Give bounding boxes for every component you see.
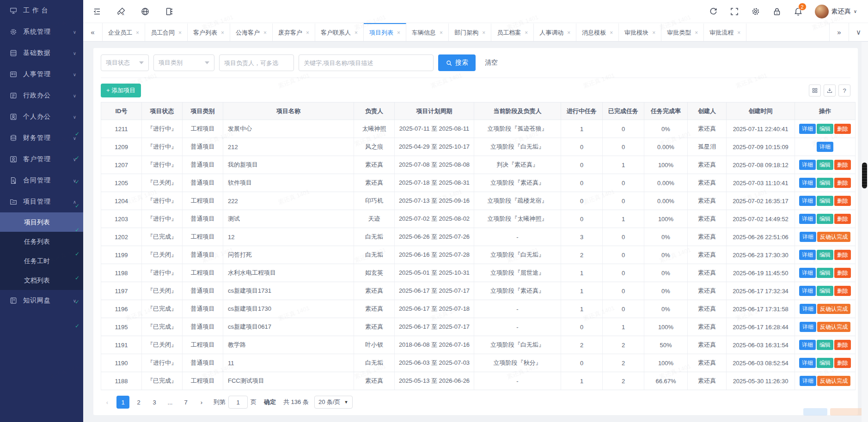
detail-button[interactable]: 详细 (799, 178, 816, 188)
close-tab-icon[interactable]: × (136, 30, 139, 36)
close-tab-icon[interactable]: × (355, 30, 358, 36)
edit-button[interactable]: 编辑 (817, 160, 833, 170)
delete-button[interactable]: 删除 (834, 196, 851, 206)
close-tab-icon[interactable]: × (440, 30, 443, 36)
door-panel-icon[interactable] (165, 7, 174, 16)
close-tab-icon[interactable]: × (567, 30, 570, 36)
column-settings-button[interactable] (809, 84, 821, 96)
tab-废弃客户[interactable]: 废弃客户× (273, 23, 315, 41)
export-button[interactable] (824, 84, 836, 96)
page-scrollbar-thumb[interactable] (862, 163, 867, 188)
sidebar-item-hr[interactable]: 人事管理∨ (0, 64, 83, 85)
delete-button[interactable]: 删除 (834, 358, 851, 368)
sidebar-item-finance[interactable]: 财务管理∨ (0, 127, 83, 149)
detail-button[interactable]: 详细 (817, 142, 833, 152)
format-brush-icon[interactable]: A (116, 7, 126, 16)
close-tab-icon[interactable]: × (695, 30, 698, 36)
detail-button[interactable]: 详细 (800, 304, 816, 314)
tabs-scroll-right[interactable]: » (829, 23, 849, 41)
unconfirm-button[interactable]: 反确认完成 (817, 232, 850, 242)
sidebar-item-knowledge[interactable]: 知识网盘∨ (0, 290, 83, 311)
detail-button[interactable]: 详细 (800, 376, 816, 386)
tab-消息模板[interactable]: 消息模板× (576, 23, 619, 41)
tab-项目列表[interactable]: 项目列表× (364, 23, 406, 41)
delete-button[interactable]: 删除 (834, 340, 851, 350)
detail-button[interactable]: 详细 (799, 160, 816, 170)
edit-button[interactable]: 编辑 (817, 268, 833, 278)
clear-button[interactable]: 清空 (485, 59, 498, 67)
sidebar-item-project-list[interactable]: 项目列表 (0, 212, 83, 232)
user-menu[interactable]: 素还真 ∨ (815, 5, 857, 18)
delete-button[interactable]: 删除 (834, 160, 851, 170)
detail-button[interactable]: 详细 (799, 358, 816, 368)
tab-客户列表[interactable]: 客户列表× (188, 23, 230, 41)
close-tab-icon[interactable]: × (610, 30, 613, 36)
edit-button[interactable]: 编辑 (817, 250, 833, 260)
sidebar-item-customer[interactable]: 客户管理∨ (0, 149, 83, 170)
sidebar-item-task-list[interactable]: 任务列表 (0, 232, 83, 251)
close-tab-icon[interactable]: × (178, 30, 182, 36)
goto-confirm-button[interactable]: 确定 (264, 398, 276, 406)
tab-公海客户[interactable]: 公海客户× (230, 23, 273, 41)
tabs-menu-toggle[interactable]: ∨ (849, 23, 868, 41)
close-tab-icon[interactable]: × (482, 30, 485, 36)
tab-员工合同[interactable]: 员工合同× (145, 23, 188, 41)
sidebar-item-task-hours[interactable]: 任务工时 (0, 251, 83, 271)
help-button[interactable]: ? (838, 84, 850, 96)
page-1[interactable]: 1 (116, 396, 129, 409)
unconfirm-button[interactable]: 反确认完成 (817, 322, 850, 332)
project-category-select[interactable]: 项目类别 (153, 54, 214, 71)
detail-button[interactable]: 详细 (799, 196, 816, 206)
detail-button[interactable]: 详细 (799, 268, 816, 278)
tab-车辆信息[interactable]: 车辆信息× (406, 23, 449, 41)
detail-button[interactable]: 详细 (799, 286, 816, 296)
page-2[interactable]: 2 (132, 396, 145, 409)
edit-button[interactable]: 编辑 (817, 340, 833, 350)
settings-gear-icon[interactable] (751, 7, 760, 16)
search-button[interactable]: 搜索 (438, 54, 476, 71)
goto-page-input[interactable] (228, 396, 248, 409)
delete-button[interactable]: 删除 (834, 268, 851, 278)
fullscreen-icon[interactable] (730, 7, 739, 16)
detail-button[interactable]: 详细 (800, 232, 816, 242)
sidebar-item-admin[interactable]: 行政办公∨ (0, 85, 83, 106)
sidebar-item-doc-list[interactable]: 文档列表 (0, 271, 83, 290)
edit-button[interactable]: 编辑 (817, 124, 833, 134)
tab-审批类型[interactable]: 审批类型× (661, 23, 704, 41)
page-7[interactable]: 7 (179, 396, 192, 409)
project-status-select[interactable]: 项目状态 (101, 54, 149, 71)
delete-button[interactable]: 删除 (834, 250, 851, 260)
page-3[interactable]: 3 (148, 396, 161, 409)
tabs-scroll-left[interactable]: « (83, 23, 103, 41)
edit-button[interactable]: 编辑 (817, 358, 833, 368)
project-owner-input[interactable] (219, 54, 294, 71)
delete-button[interactable]: 删除 (834, 124, 851, 134)
tab-部门架构[interactable]: 部门架构× (449, 23, 491, 41)
tab-客户联系人[interactable]: 客户联系人× (315, 23, 364, 41)
language-globe-icon[interactable] (141, 7, 150, 16)
tab-审批模块[interactable]: 审批模块× (619, 23, 661, 41)
lock-icon[interactable] (772, 7, 782, 16)
detail-button[interactable]: 详细 (800, 322, 816, 332)
delete-button[interactable]: 删除 (834, 286, 851, 296)
detail-button[interactable]: 详细 (799, 250, 816, 260)
sidebar-item-personal[interactable]: 个人办公∨ (0, 106, 83, 127)
close-tab-icon[interactable]: × (525, 30, 528, 36)
sidebar-item-basedata[interactable]: 基础数据∨ (0, 42, 83, 64)
keyword-input[interactable] (299, 54, 434, 71)
detail-button[interactable]: 详细 (799, 214, 816, 224)
close-tab-icon[interactable]: × (737, 30, 740, 36)
collapse-sidebar-icon[interactable] (92, 7, 102, 16)
sidebar-item-workbench[interactable]: 工 作 台 (0, 0, 83, 21)
page-size-select[interactable]: 20 条/页 ▼ (314, 396, 353, 409)
unconfirm-button[interactable]: 反确认完成 (817, 304, 850, 314)
refresh-icon[interactable] (709, 7, 718, 16)
tab-员工档案[interactable]: 员工档案× (491, 23, 534, 41)
add-project-button[interactable]: + 添加项目 (101, 84, 141, 97)
detail-button[interactable]: 详细 (799, 124, 816, 134)
close-tab-icon[interactable]: × (652, 30, 655, 36)
next-page-button[interactable]: › (195, 396, 208, 409)
tab-人事调动[interactable]: 人事调动× (534, 23, 576, 41)
close-tab-icon[interactable]: × (263, 30, 267, 36)
close-tab-icon[interactable]: × (397, 30, 400, 36)
